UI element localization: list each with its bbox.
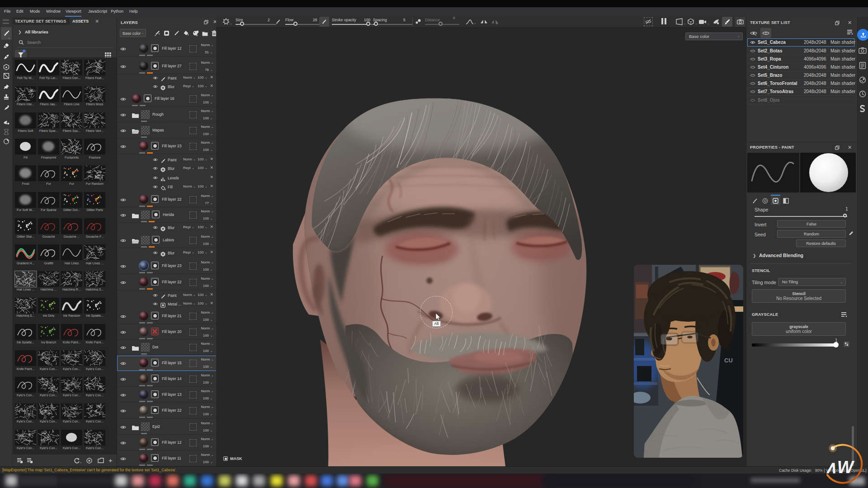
svg-text:∧W: ∧W [825, 458, 855, 477]
svg-text:CU: CU [724, 357, 733, 364]
svg-text:1: 1 [765, 32, 767, 35]
